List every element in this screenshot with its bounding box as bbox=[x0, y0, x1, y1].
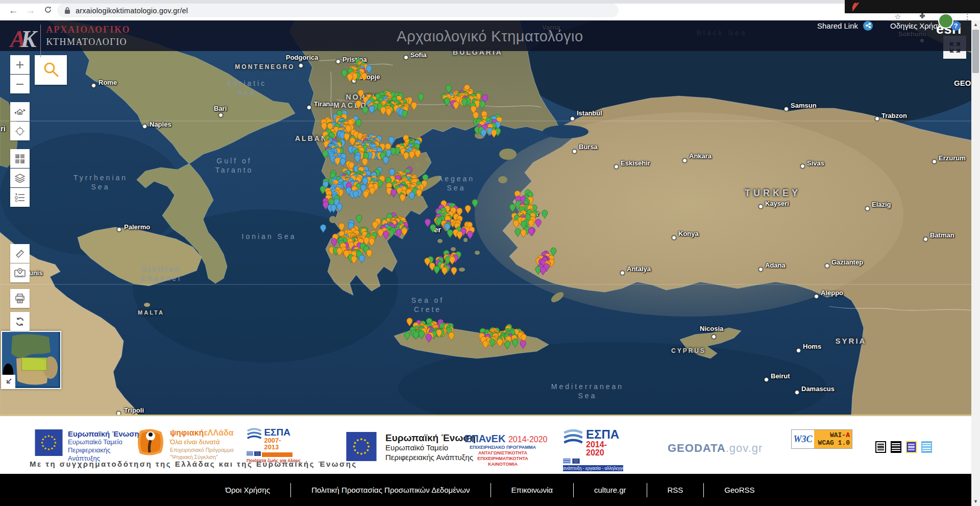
map-marker-orange[interactable] bbox=[344, 133, 350, 141]
overview-map[interactable] bbox=[1, 331, 61, 389]
measure-button[interactable] bbox=[10, 244, 30, 263]
zoom-in-button[interactable] bbox=[10, 55, 30, 74]
map-marker-orange[interactable] bbox=[497, 339, 503, 347]
locate-on-map-button[interactable] bbox=[10, 263, 30, 282]
map-marker-orange[interactable] bbox=[337, 248, 342, 256]
print-button[interactable] bbox=[10, 289, 30, 308]
footer-link-1[interactable]: Πολιτική Προστασίας Προσωπικών Δεδομένων bbox=[291, 486, 490, 494]
map-marker-blue[interactable] bbox=[337, 203, 342, 211]
map-marker-magenta[interactable] bbox=[467, 231, 473, 239]
map-marker-green[interactable] bbox=[402, 110, 407, 118]
map-marker-orange[interactable] bbox=[351, 256, 357, 264]
map-marker-magenta[interactable] bbox=[425, 219, 430, 227]
browser-profile-avatar[interactable] bbox=[938, 13, 953, 29]
map-marker-orange[interactable] bbox=[513, 220, 519, 228]
map-marker-orange[interactable] bbox=[402, 228, 407, 236]
map-marker-orange[interactable] bbox=[380, 107, 386, 115]
app-logo[interactable]: AK ΑΡΧΑΙΟΛΟΓΙΚΟ ΚΤΗΜΑΤΟΛΟΓΙΟ bbox=[10, 25, 131, 57]
page-scrollbar[interactable]: ▲ ▼ bbox=[971, 20, 980, 506]
map-marker-green[interactable] bbox=[356, 119, 361, 128]
map-marker-green[interactable] bbox=[404, 332, 410, 340]
map-marker-orange[interactable] bbox=[370, 187, 375, 195]
map-marker-orange[interactable] bbox=[356, 101, 361, 109]
map-marker-blue[interactable] bbox=[481, 129, 486, 137]
map-marker-orange[interactable] bbox=[521, 230, 526, 238]
map-marker-green[interactable] bbox=[434, 266, 439, 274]
browser-reload-button[interactable] bbox=[42, 5, 54, 17]
map-marker-orange[interactable] bbox=[453, 102, 459, 110]
map-marker-green[interactable] bbox=[418, 93, 424, 102]
search-button[interactable] bbox=[35, 55, 67, 85]
map-marker-blue[interactable] bbox=[321, 225, 326, 233]
map-marker-green[interactable] bbox=[551, 248, 556, 256]
map-marker-orange[interactable] bbox=[400, 194, 405, 202]
map-marker-orange[interactable] bbox=[363, 191, 369, 199]
map-marker-green[interactable] bbox=[504, 341, 510, 349]
map-marker-magenta[interactable] bbox=[426, 334, 432, 342]
map-marker-blue[interactable] bbox=[383, 157, 388, 165]
map-marker-green[interactable] bbox=[512, 339, 518, 347]
map-canvas[interactable]: RomeNaplesBariPalermoTunisTripoliPodgori… bbox=[0, 20, 980, 415]
map-marker-magenta[interactable] bbox=[396, 229, 401, 237]
map-marker-blue[interactable] bbox=[340, 158, 346, 166]
map-marker-green[interactable] bbox=[489, 339, 495, 347]
map-marker-magenta[interactable] bbox=[331, 238, 337, 247]
shared-link-label[interactable]: Shared Link bbox=[817, 21, 858, 30]
contrast-option-light[interactable] bbox=[875, 441, 886, 453]
my-location-button[interactable] bbox=[10, 122, 30, 140]
map-marker-green[interactable] bbox=[419, 330, 425, 339]
map-marker-orange[interactable] bbox=[369, 238, 375, 246]
map-marker-green[interactable] bbox=[356, 215, 362, 223]
map-marker-orange[interactable] bbox=[358, 90, 363, 98]
map-marker-green[interactable] bbox=[323, 150, 328, 158]
scrollbar-down-arrow[interactable]: ▼ bbox=[971, 497, 980, 506]
footer-link-4[interactable]: RSS bbox=[647, 486, 704, 494]
map-marker-orange[interactable] bbox=[339, 223, 345, 231]
map-marker-green[interactable] bbox=[413, 331, 419, 340]
footer-link-3[interactable]: culture.gr bbox=[574, 486, 647, 494]
map-marker-orange[interactable] bbox=[449, 256, 455, 264]
map-marker-blue[interactable] bbox=[359, 255, 364, 263]
map-marker-blue[interactable] bbox=[331, 205, 336, 213]
map-marker-orange[interactable] bbox=[465, 205, 471, 213]
map-marker-magenta[interactable] bbox=[528, 228, 534, 236]
help-link-label[interactable]: Οδηγίες Χρήσης bbox=[890, 21, 946, 30]
browser-forward-button[interactable]: → bbox=[24, 5, 37, 17]
w3c-wcag-badge[interactable]: W3C WAI-A WCAG 1.0 bbox=[791, 429, 852, 449]
address-bar[interactable]: arxaiologikoktimatologio.gov.gr/el bbox=[57, 4, 619, 17]
map-marker-green[interactable] bbox=[444, 98, 450, 106]
contrast-option-dark[interactable] bbox=[891, 441, 901, 453]
map-markers-layer[interactable] bbox=[0, 20, 980, 415]
map-marker-blue[interactable] bbox=[366, 65, 372, 74]
bookmark-star-icon[interactable]: ☆ bbox=[894, 12, 901, 21]
map-marker-orange[interactable] bbox=[416, 189, 422, 198]
footer-link-5[interactable]: GeoRSS bbox=[704, 486, 775, 494]
map-marker-orange[interactable] bbox=[449, 332, 454, 341]
overview-collapse-button[interactable] bbox=[2, 375, 15, 388]
map-marker-orange[interactable] bbox=[403, 152, 409, 160]
footer-link-0[interactable]: Όροι Χρήσης bbox=[205, 486, 290, 494]
map-marker-green[interactable] bbox=[320, 186, 326, 194]
map-marker-orange[interactable] bbox=[442, 267, 447, 275]
map-marker-orange[interactable] bbox=[528, 220, 534, 228]
refresh-button[interactable] bbox=[10, 312, 30, 331]
map-marker-orange[interactable] bbox=[386, 108, 391, 116]
map-marker-orange[interactable] bbox=[407, 318, 412, 326]
map-marker-orange[interactable] bbox=[321, 123, 327, 131]
map-marker-orange[interactable] bbox=[372, 222, 378, 230]
map-marker-orange[interactable] bbox=[411, 102, 417, 110]
map-marker-blue[interactable] bbox=[409, 192, 414, 200]
map-marker-green[interactable] bbox=[515, 229, 521, 237]
map-marker-green[interactable] bbox=[479, 101, 485, 109]
map-marker-orange[interactable] bbox=[366, 250, 372, 258]
map-marker-blue[interactable] bbox=[355, 155, 360, 163]
map-marker-magenta[interactable] bbox=[383, 231, 389, 239]
browser-menu-icon[interactable]: ⋮ bbox=[964, 12, 971, 21]
map-marker-orange[interactable] bbox=[483, 341, 488, 349]
contrast-option-lightblue[interactable] bbox=[921, 441, 932, 453]
map-marker-magenta[interactable] bbox=[535, 219, 541, 227]
overview-extent-box[interactable] bbox=[21, 357, 47, 371]
map-marker-green[interactable] bbox=[542, 210, 548, 219]
map-marker-orange[interactable] bbox=[347, 74, 353, 82]
footer-link-2[interactable]: Επικοινωνία bbox=[491, 486, 573, 494]
